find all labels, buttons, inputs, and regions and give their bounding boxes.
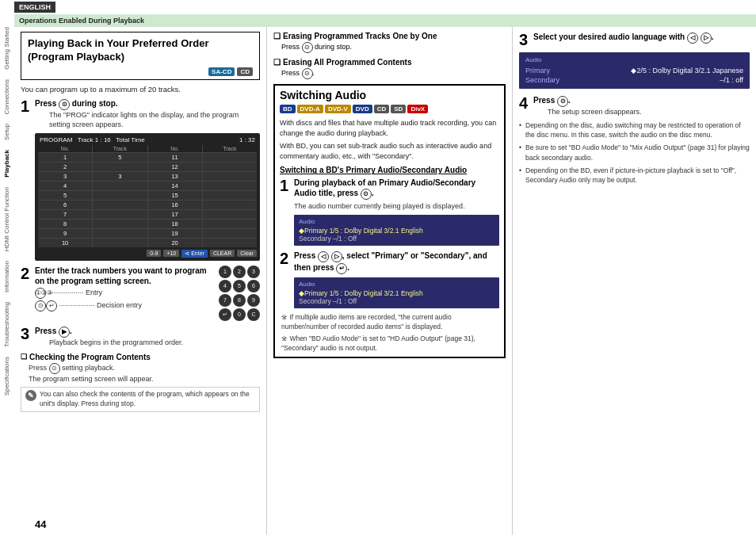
fmt-bd: BD <box>280 105 296 113</box>
main-content: Playing Back in Your Preferred Order(Pro… <box>14 27 756 535</box>
num-9[interactable]: 9 <box>247 294 260 307</box>
btn-clear[interactable]: Clear <box>237 250 257 257</box>
num-1[interactable]: 1 <box>219 266 231 278</box>
audio-box-2: Audio ◆Primary 1/5 : Dolby Digital 3/2.1… <box>294 277 499 308</box>
format-badges: BD DVD-A DVD-V DVD CD SD DivX <box>280 105 499 113</box>
num-clr[interactable]: C <box>247 308 260 321</box>
erase-one-btn-icon: ⊙ <box>302 42 313 53</box>
badge-cd: CD <box>237 67 253 76</box>
r4c4 <box>203 182 257 190</box>
r1c1: 1 <box>38 153 92 162</box>
fmt-cd: CD <box>374 105 390 113</box>
bd-step-2: 2 Press ◁ ▷, select "Primary" or "Second… <box>280 250 499 308</box>
num-2[interactable]: 2 <box>233 266 246 278</box>
erasing-all-title: Erasing All Programmed Contents <box>273 58 506 67</box>
checking-body2: The program setting screen will appear. <box>21 374 260 384</box>
bd-step-2-num: 2 <box>280 250 291 266</box>
num-enter[interactable]: ↵ <box>219 308 231 321</box>
r4c2 <box>93 182 147 190</box>
audio-box-2-primary: ◆Primary 1/5 : Dolby Digital 3/2.1 Engli… <box>299 289 494 297</box>
sidebar-item-specifications[interactable]: Specifications <box>3 353 10 399</box>
erasing-one-section: Erasing Programmed Tracks One by One Pre… <box>273 32 506 53</box>
sidebar-item-connections[interactable]: Connections <box>3 76 10 117</box>
check-btn-icon: ⊙ <box>49 363 60 374</box>
sidebar: Getting Started Connections Setup Playba… <box>0 24 13 535</box>
bd-step2-enter-icon: ↵ <box>336 263 347 274</box>
right-arrow-icon: ▷ <box>701 32 712 44</box>
right-step-4-num: 4 <box>519 95 530 111</box>
play-btn-icon: ▶ <box>59 327 70 338</box>
r8c4 <box>203 220 257 228</box>
r7c1: 7 <box>38 210 92 219</box>
right-step-3-num: 3 <box>519 32 530 48</box>
audio-display-label: Audio <box>525 56 743 63</box>
r5c3: 15 <box>148 191 202 200</box>
audio-box-2-secondary: Secondary –/1 : Off <box>299 297 494 305</box>
audio-box-1-primary: ◆Primary 1/5 : Dolby Digital 3/2.1 Engli… <box>299 227 494 235</box>
switch-desc2: With BD, you can set sub-track audio suc… <box>280 141 499 161</box>
num-4[interactable]: 4 <box>219 280 231 292</box>
switching-audio-title: Switching Audio <box>280 89 499 101</box>
step-3-left-number: 3 <box>21 326 32 342</box>
fmt-divx: DivX <box>407 105 428 113</box>
sidebar-item-information[interactable]: Information <box>3 258 10 296</box>
r9c1: 9 <box>38 229 92 238</box>
bd-step-1-title: During playback of an Primary Audio/Seco… <box>294 178 499 200</box>
btn-0-9[interactable]: 0-9 <box>147 250 161 257</box>
num-0[interactable]: 0 <box>233 308 246 321</box>
sidebar-item-hdmi[interactable]: HDMI Control Function <box>3 184 10 254</box>
r2c2 <box>93 162 147 171</box>
num-7[interactable]: 7 <box>219 294 231 307</box>
mid-column: Erasing Programmed Tracks One by One Pre… <box>266 27 512 535</box>
r3c2: 3 <box>93 172 147 181</box>
erasing-all-section: Erasing All Programmed Contents Press ⊙. <box>273 58 506 79</box>
sidebar-item-getting-started[interactable]: Getting Started <box>3 24 10 73</box>
erase-all-btn-icon: ⊙ <box>302 68 313 79</box>
num-3[interactable]: 3 <box>247 266 260 278</box>
fmt-dvda: DVD-A <box>297 105 323 113</box>
audio-box-2-label: Audio <box>299 281 494 288</box>
note-icon: ✎ <box>25 390 36 401</box>
fmt-dvdv: DVD-V <box>325 105 351 113</box>
sidebar-item-troubleshooting[interactable]: Troubleshooting <box>3 299 10 350</box>
r10c1: 10 <box>38 239 92 247</box>
r2c3: 12 <box>148 162 202 171</box>
r6c2 <box>93 201 147 209</box>
r3c1: 3 <box>38 172 92 181</box>
erasing-all-body: Press ⊙. <box>273 68 506 79</box>
page-title: Playing Back in Your Preferred Order(Pro… <box>28 37 253 64</box>
r2c4 <box>203 162 257 171</box>
audio-primary-label: Primary <box>525 67 550 75</box>
audio-box-1-label: Audio <box>299 218 494 225</box>
right-step-4-body: The setup screen disappears. <box>533 107 642 117</box>
sidebar-item-playback[interactable]: Playback <box>3 147 10 181</box>
fmt-sd: SD <box>391 105 406 113</box>
prog-table-header-left: PROGRAM Track 1 : 16 Total Time <box>40 136 145 143</box>
r9c4 <box>203 229 257 238</box>
bd-step2-left-icon: ◁ <box>318 251 329 262</box>
r2c1: 2 <box>38 162 92 171</box>
prog-table-grid: No. Track No. Track 1511 212 3313 414 51… <box>38 145 257 247</box>
num-8[interactable]: 8 <box>233 294 246 307</box>
r8c1: 8 <box>38 220 92 228</box>
title-box: Playing Back in Your Preferred Order(Pro… <box>21 32 260 80</box>
step-3-left-body: Playback begins in the programmed order. <box>35 338 183 348</box>
btn-enter[interactable]: ⊲ Enter <box>181 250 208 258</box>
r10c2 <box>93 239 147 247</box>
prog-table-header-right: 1 : 32 <box>239 136 255 143</box>
switching-audio-box: Switching Audio BD DVD-A DVD-V DVD CD SD… <box>273 84 506 358</box>
switch-note-2: When "BD Audio Mode" is set to "HD Audio… <box>280 334 499 353</box>
r9c3: 19 <box>148 229 202 238</box>
bd-step2-right-icon: ▷ <box>331 251 342 262</box>
btn-plus10[interactable]: +10 <box>163 250 179 257</box>
audio-box-1-secondary: Secondary –/1 : Off <box>299 235 494 243</box>
num-5[interactable]: 5 <box>233 280 246 292</box>
right-notes: Depending on the disc, audio switching m… <box>519 120 750 186</box>
left-arrow-icon: ◁ <box>687 32 698 44</box>
sidebar-item-setup[interactable]: Setup <box>3 120 10 143</box>
right-step-4: 4 Press ⊙. The setup screen disappears. <box>519 95 750 117</box>
numpad-area: 1 2 3 4 5 6 7 8 9 ↵ 0 C <box>219 266 260 321</box>
erasing-one-title: Erasing Programmed Tracks One by One <box>273 32 506 40</box>
subtitle-text: You can program up to a maximum of 20 tr… <box>21 85 260 94</box>
num-6[interactable]: 6 <box>247 280 260 292</box>
